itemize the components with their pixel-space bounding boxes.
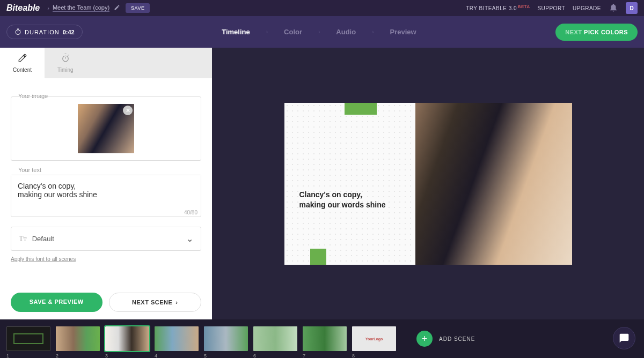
chevron-right-icon: › (175, 299, 178, 305)
next-scene-button[interactable]: NEXT SCENE› (109, 293, 202, 312)
upgrade-link[interactable]: UPGRADE (573, 5, 601, 11)
save-button[interactable]: SAVE (126, 3, 150, 13)
timeline-scene-7[interactable]: 7 (303, 326, 347, 351)
duration-label: DURATION (25, 29, 60, 35)
scene-preview: Clancy's on copy, making our words shine (284, 103, 572, 265)
save-preview-button[interactable]: SAVE & PREVIEW (11, 293, 103, 312)
canvas: Clancy's on copy, making our words shine (212, 48, 644, 319)
tab-timing[interactable]: Timing (45, 48, 86, 78)
timeline-scene-4[interactable]: 4 (155, 326, 199, 351)
step-timeline[interactable]: Timeline (222, 28, 250, 36)
font-icon: Tт (19, 235, 27, 243)
duration-value: 0:42 (63, 29, 75, 35)
timeline-scene-5[interactable]: 5 (204, 326, 248, 351)
user-avatar[interactable]: D (626, 2, 638, 14)
step-audio[interactable]: Audio (336, 28, 356, 36)
chevron-right-icon: › (266, 29, 268, 35)
green-accent (345, 103, 377, 115)
chevron-down-icon: ⌄ (186, 234, 193, 244)
stopwatch-icon (14, 28, 21, 35)
add-scene-button[interactable]: + ADD SCENE (416, 331, 475, 347)
logo[interactable]: Biteable (6, 3, 40, 13)
support-link[interactable]: SUPPORT (537, 5, 565, 11)
timeline-scene-3[interactable]: 3 (105, 326, 149, 351)
timeline-scene-8[interactable]: 8 (352, 326, 396, 351)
plus-icon: + (416, 331, 433, 347)
tab-content[interactable]: Content (0, 48, 45, 78)
chevron-right-icon: › (318, 29, 320, 35)
image-upload-box[interactable]: ✕ (11, 96, 201, 161)
project-title[interactable]: Meet the Team (copy) (53, 4, 109, 12)
timeline: 1 2 3 4 5 6 7 8 + ADD SCENE (0, 319, 644, 358)
bell-icon[interactable] (609, 3, 618, 13)
font-select[interactable]: Tт Default ⌄ (11, 227, 201, 251)
chat-button[interactable] (613, 327, 635, 349)
next-pick-colors-button[interactable]: NEXT PICK COLORS (555, 24, 638, 41)
remove-image-button[interactable]: ✕ (123, 106, 133, 115)
chevron-right-icon: › (372, 29, 374, 35)
duration-pill[interactable]: DURATION 0:42 (6, 25, 83, 39)
char-count: 40/80 (11, 208, 201, 217)
try-v3-link[interactable]: TRY BITEABLE 3.0BETA (466, 4, 530, 11)
edit-title-icon[interactable] (114, 4, 120, 12)
apply-font-all-link[interactable]: Apply this font to all scenes (11, 256, 76, 262)
scene-text-input[interactable] (11, 175, 201, 206)
scene-preview-text: Clancy's on copy, making our words shine (299, 190, 400, 210)
your-text-label: Your text (16, 167, 43, 173)
breadcrumb-sep: › (47, 5, 49, 11)
pencil-icon (18, 53, 27, 65)
step-color[interactable]: Color (284, 28, 302, 36)
font-name: Default (32, 235, 181, 243)
scene-preview-image (415, 103, 572, 265)
timeline-scene-2[interactable]: 2 (56, 326, 100, 351)
stepper: Timeline › Color › Audio › Preview (222, 28, 416, 36)
chat-icon (619, 333, 630, 344)
timeline-scene-1[interactable]: 1 (6, 326, 50, 351)
step-preview[interactable]: Preview (390, 28, 416, 36)
stopwatch-icon (61, 53, 70, 65)
image-thumbnail[interactable]: ✕ (78, 104, 134, 153)
timeline-scene-6[interactable]: 6 (253, 326, 297, 351)
green-accent (310, 249, 326, 265)
